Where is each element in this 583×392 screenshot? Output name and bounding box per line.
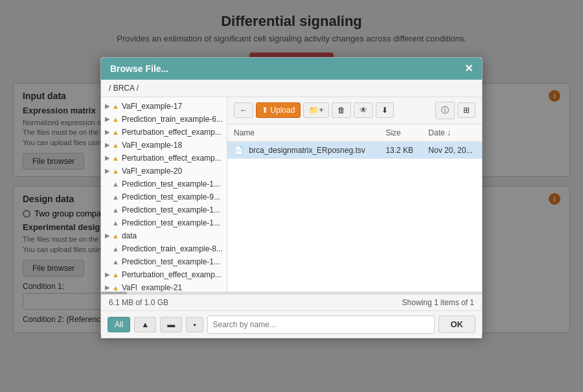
folder-icon: ▲ bbox=[112, 128, 119, 136]
modal-overlay: Browse File... ✕ / BRCA / ▶▲VaFl_example… bbox=[0, 0, 583, 392]
search-input[interactable] bbox=[207, 316, 435, 334]
tree-item-label: VaFl_example-21 bbox=[122, 283, 182, 292]
folder-icon: ▲ bbox=[112, 271, 119, 279]
file-icon: ▲ bbox=[112, 245, 119, 253]
trash-icon: 🗑 bbox=[337, 106, 345, 115]
new-folder-button[interactable]: 📁+ bbox=[303, 102, 329, 118]
tree-item[interactable]: ▶▲VaFl_example-21 bbox=[101, 281, 227, 292]
tree-item-label: Prediction_train_example-8... bbox=[122, 244, 223, 253]
file-name: brca_designmatrix_ERposneg.tsv bbox=[249, 146, 365, 155]
back-button[interactable]: ← bbox=[234, 102, 253, 118]
tree-item-label: VaFl_example-18 bbox=[122, 141, 182, 150]
modal-header: Browse File... ✕ bbox=[101, 58, 482, 80]
browse-file-modal: Browse File... ✕ / BRCA / ▶▲VaFl_example… bbox=[100, 57, 483, 336]
preview-button[interactable]: 👁 bbox=[354, 102, 373, 118]
folder-icon: ▲ bbox=[112, 102, 119, 110]
delete-button[interactable]: 🗑 bbox=[332, 102, 351, 118]
folder-icon: ▲ bbox=[112, 141, 119, 149]
tree-item-label: Perturbation_effect_examp... bbox=[122, 128, 222, 137]
file-icon: ▲ bbox=[112, 206, 119, 214]
tree-arrow-icon: ▶ bbox=[105, 154, 110, 161]
tree-item-label: data bbox=[122, 231, 137, 240]
folder-icon: ▲ bbox=[112, 232, 119, 240]
tree-item[interactable]: ▶▲data bbox=[101, 229, 227, 242]
type-filter-icon: ▪ bbox=[193, 320, 196, 329]
tree-arrow-icon: ▶ bbox=[105, 102, 110, 110]
file-list-panel: ← ⬆ Upload 📁+ 🗑 👁 ⬇ ⓘ bbox=[227, 97, 482, 292]
storage-status: 6.1 MB of 1.0 GB bbox=[109, 298, 168, 307]
file-icon: ▲ bbox=[112, 193, 119, 201]
doc-icon: 📄 bbox=[234, 146, 244, 155]
tree-arrow-icon: ▶ bbox=[105, 271, 110, 278]
tree-item-label: Prediction_train_example-6... bbox=[122, 115, 223, 124]
modal-body: ▶▲VaFl_example-17▶▲Prediction_train_exam… bbox=[101, 97, 482, 292]
folder-filter-icon: ▬ bbox=[167, 320, 175, 329]
tree-item[interactable]: ▶▲Prediction_test_example-1... bbox=[101, 203, 227, 216]
file-name-cell: 📄 brca_designmatrix_ERposneg.tsv bbox=[227, 141, 379, 159]
folder-icon: ▲ bbox=[112, 115, 119, 123]
file-tree-panel: ▶▲VaFl_example-17▶▲Prediction_train_exam… bbox=[101, 97, 227, 292]
tree-item[interactable]: ▶▲Prediction_test_example-1... bbox=[101, 178, 227, 190]
file-icon: ▲ bbox=[112, 219, 119, 227]
toolbar: ← ⬆ Upload 📁+ 🗑 👁 ⬇ ⓘ bbox=[227, 97, 482, 124]
tree-arrow-icon: ▶ bbox=[105, 167, 110, 174]
modal-path: / BRCA / bbox=[101, 80, 482, 97]
tree-item[interactable]: ▶▲Perturbation_effect_examp... bbox=[101, 126, 227, 139]
file-filter-icon: ▲ bbox=[141, 320, 149, 329]
showing-count: Showing 1 items of 1 bbox=[402, 298, 474, 307]
folder-icon: ▲ bbox=[112, 284, 119, 292]
tree-item[interactable]: ▶▲Perturbation_effect_examp... bbox=[101, 268, 227, 281]
tree-item[interactable]: ▶▲VaFl_example-18 bbox=[101, 139, 227, 152]
tree-arrow-icon: ▶ bbox=[105, 115, 110, 122]
filter-all-button[interactable]: All bbox=[108, 317, 130, 332]
tree-item[interactable]: ▶▲VaFl_example-17 bbox=[101, 100, 227, 113]
tree-item-label: VaFl_example-17 bbox=[122, 102, 182, 111]
col-date-header: Date ↓ bbox=[422, 124, 482, 142]
tree-item-label: Prediction_test_example-1... bbox=[122, 179, 220, 189]
table-row[interactable]: 📄 brca_designmatrix_ERposneg.tsv 13.2 KB… bbox=[227, 141, 482, 159]
tree-item[interactable]: ▶▲Prediction_test_example-1... bbox=[101, 255, 227, 268]
filter-type-button[interactable]: ▪ bbox=[186, 317, 203, 332]
tree-item-label: Prediction_test_example-1... bbox=[122, 218, 220, 227]
download-button[interactable]: ⬇ bbox=[376, 102, 394, 118]
tree-item-label: Perturbation_effect_examp... bbox=[122, 270, 222, 279]
tree-arrow-icon: ▶ bbox=[105, 284, 110, 291]
tree-arrow-icon: ▶ bbox=[105, 141, 110, 148]
tree-item[interactable]: ▶▲Perturbation_effect_examp... bbox=[101, 152, 227, 165]
tree-item[interactable]: ▶▲Prediction_train_example-8... bbox=[101, 242, 227, 255]
tree-item-label: VaFl_example-20 bbox=[122, 167, 182, 176]
tree-item[interactable]: ▶▲Prediction_train_example-6... bbox=[101, 113, 227, 126]
modal-close-button[interactable]: ✕ bbox=[464, 63, 473, 74]
col-name-header: Name bbox=[227, 124, 379, 142]
grid-view-button[interactable]: ⊞ bbox=[457, 102, 475, 118]
file-table: Name Size Date ↓ 📄 brca_designmatrix_ERp… bbox=[227, 124, 482, 292]
filter-file-button[interactable]: ▲ bbox=[134, 317, 156, 332]
folder-icon: ▲ bbox=[112, 167, 119, 175]
tree-item[interactable]: ▶▲Prediction_test_example-9... bbox=[101, 190, 227, 203]
tree-item-label: Prediction_test_example-9... bbox=[122, 192, 220, 202]
col-size-header: Size bbox=[379, 124, 422, 142]
tree-item-label: Perturbation_effect_examp... bbox=[122, 154, 222, 163]
modal-footer: All ▲ ▬ ▪ OK bbox=[101, 310, 482, 338]
upload-button[interactable]: ⬆ Upload bbox=[256, 102, 301, 118]
file-icon: ▲ bbox=[112, 258, 119, 266]
info-button[interactable]: ⓘ bbox=[435, 102, 455, 119]
modal-status-bar: 6.1 MB of 1.0 GB Showing 1 items of 1 bbox=[101, 294, 482, 310]
file-date-cell: Nov 20, 20... bbox=[422, 141, 482, 159]
ok-button[interactable]: OK bbox=[439, 316, 476, 333]
file-icon: ▲ bbox=[112, 180, 119, 188]
eye-icon: 👁 bbox=[360, 106, 367, 115]
tree-arrow-icon: ▶ bbox=[105, 232, 110, 239]
download-icon: ⬇ bbox=[382, 106, 388, 115]
scrollbar[interactable] bbox=[101, 292, 482, 294]
modal-title: Browse File... bbox=[110, 63, 168, 74]
tree-item[interactable]: ▶▲Prediction_test_example-1... bbox=[101, 216, 227, 229]
folder-plus-icon: 📁+ bbox=[309, 106, 323, 115]
tree-arrow-icon: ▶ bbox=[105, 128, 110, 135]
scrollbar-thumb bbox=[101, 292, 127, 294]
folder-icon: ▲ bbox=[112, 154, 119, 162]
tree-item-label: Prediction_test_example-1... bbox=[122, 257, 220, 266]
tree-item[interactable]: ▶▲VaFl_example-20 bbox=[101, 165, 227, 178]
tree-item-label: Prediction_test_example-1... bbox=[122, 205, 220, 214]
filter-folder-button[interactable]: ▬ bbox=[160, 317, 182, 332]
